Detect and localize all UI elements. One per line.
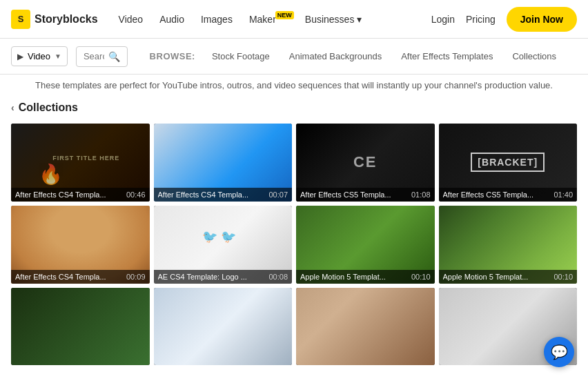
search-type-selector[interactable]: ▶ Video ▼ — [11, 46, 68, 66]
video-title-8: Apple Motion 5 Templat... — [443, 273, 529, 281]
video-duration-5: 00:09 — [126, 273, 146, 281]
login-link[interactable]: Login — [431, 14, 455, 25]
video-title-4: After Effects CS5 Templa... — [443, 190, 534, 199]
video-title-7: Apple Motion 5 Templat... — [300, 273, 386, 281]
browse-collections[interactable]: Collections — [502, 46, 566, 67]
browse-animated-backgrounds[interactable]: Animated Backgrounds — [280, 46, 391, 67]
video-title-1: After Effects CS4 Templa... — [15, 190, 106, 199]
browse-bar: BROWSE: Stock Footage Animated Backgroun… — [139, 46, 577, 67]
collections-title[interactable]: ‹ Collections — [11, 101, 577, 114]
browse-stock-footage[interactable]: Stock Footage — [202, 46, 280, 67]
dropdown-arrow-icon: ▼ — [55, 52, 61, 60]
nav-audio[interactable]: Audio — [153, 8, 191, 30]
video-duration-6: 00:08 — [268, 273, 288, 281]
logo-icon: S — [11, 10, 30, 29]
video-icon: ▶ — [17, 52, 23, 61]
chevron-left-icon: ‹ — [11, 102, 14, 113]
video-duration-3: 01:08 — [411, 190, 431, 199]
video-duration-1: 00:46 — [126, 190, 146, 199]
new-badge: NEW — [275, 11, 294, 19]
video-title-3: After Effects CS5 Templa... — [300, 190, 391, 199]
video-thumb-10[interactable] — [154, 288, 293, 366]
search-bar: ▶ Video ▼ 🔍 BROWSE: Stock Footage Animat… — [0, 39, 588, 75]
nav-images[interactable]: Images — [194, 8, 239, 30]
video-title-2: After Effects CS4 Templa... — [158, 190, 249, 199]
pricing-link[interactable]: Pricing — [466, 14, 496, 25]
video-thumb-9[interactable] — [11, 288, 150, 366]
subtitle: These templates are perfect for YouTube … — [0, 75, 588, 101]
video-thumb-7[interactable]: Apple Motion 5 Templat... 00:10 — [296, 206, 435, 284]
video-thumb-5[interactable]: After Effects CS4 Templa... 00:09 — [11, 206, 150, 284]
browse-after-effects[interactable]: After Effects Templates — [391, 46, 502, 67]
search-input[interactable] — [84, 51, 104, 61]
logo[interactable]: S Storyblocks — [11, 10, 98, 29]
search-icon[interactable]: 🔍 — [108, 51, 120, 62]
video-grid-row2: After Effects CS4 Templa... 00:09 🐦 🐦 AE… — [11, 206, 577, 284]
video-thumb-4[interactable]: [BRACKET] After Effects CS5 Templa... 01… — [439, 124, 578, 202]
video-duration-2: 00:07 — [268, 190, 288, 199]
video-thumb-11[interactable] — [296, 288, 435, 366]
video-thumb-8[interactable]: Apple Motion 5 Templat... 00:10 — [439, 206, 578, 284]
video-thumb-2[interactable]: After Effects CS4 Templa... 00:07 — [154, 124, 293, 202]
header-right: Login Pricing Join Now — [431, 7, 577, 32]
nav-businesses[interactable]: Businesses ▾ — [298, 8, 369, 30]
main-nav: Video Audio Images Maker NEW Businesses … — [112, 8, 369, 30]
nav-video[interactable]: Video — [112, 8, 150, 30]
chat-icon: 💬 — [551, 344, 568, 360]
browse-label: BROWSE: — [150, 51, 195, 61]
search-input-wrap: 🔍 — [76, 46, 128, 67]
header: S Storyblocks Video Audio Images Maker N… — [0, 0, 588, 39]
video-thumb-1[interactable]: 🔥 FIRST TITLE HERE After Effects CS4 Tem… — [11, 124, 150, 202]
video-duration-7: 00:10 — [411, 273, 431, 281]
video-thumb-3[interactable]: CE After Effects CS5 Templa... 01:08 — [296, 124, 435, 202]
video-duration-8: 00:10 — [553, 273, 573, 281]
video-title-6: AE CS4 Template: Logo ... — [158, 273, 247, 281]
video-thumb-6[interactable]: 🐦 🐦 AE CS4 Template: Logo ... 00:08 — [154, 206, 293, 284]
video-grid-row3 — [11, 288, 577, 366]
collections-section: ‹ Collections 🔥 FIRST TITLE HERE After E… — [0, 101, 588, 365]
collections-label: Collections — [19, 101, 78, 114]
logo-text: Storyblocks — [35, 13, 98, 26]
video-title-5: After Effects CS4 Templa... — [15, 273, 106, 281]
nav-maker[interactable]: Maker NEW — [242, 8, 295, 30]
video-duration-4: 01:40 — [553, 190, 573, 199]
video-grid-row1: 🔥 FIRST TITLE HERE After Effects CS4 Tem… — [11, 124, 577, 202]
chat-bubble-button[interactable]: 💬 — [544, 337, 574, 367]
search-type-label: Video — [28, 51, 50, 61]
join-now-button[interactable]: Join Now — [507, 7, 577, 32]
